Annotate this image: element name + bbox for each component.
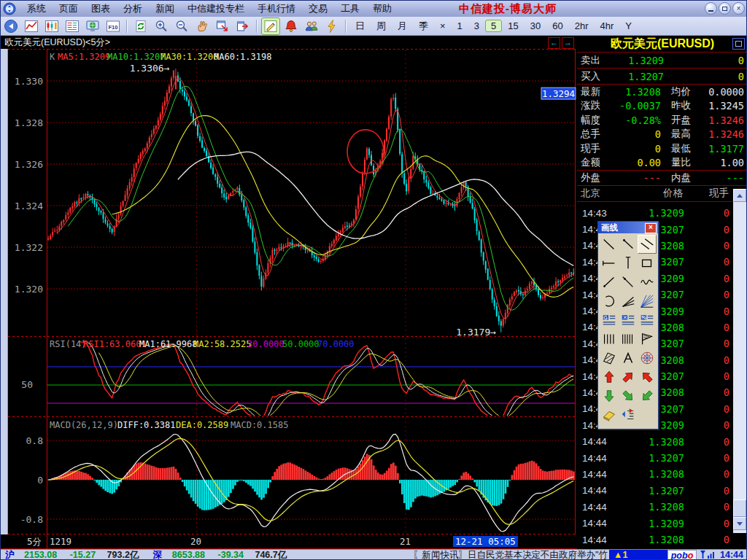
menu-item[interactable]: 交易: [302, 1, 334, 15]
draw-tool-ray-line[interactable]: [619, 235, 638, 254]
draw-tool-parallel-lines[interactable]: [638, 235, 657, 254]
hand-icon[interactable]: [193, 18, 212, 35]
period-button-月[interactable]: 月: [392, 19, 413, 34]
draw-tool-spider-web[interactable]: [638, 349, 657, 368]
palette-titlebar[interactable]: 画线 ×: [598, 222, 658, 233]
sh-label: 沪: [5, 550, 15, 560]
sz-amount: 746.7: [255, 550, 277, 560]
draw-tool-golden-retrace[interactable]: [600, 311, 619, 330]
menu-item[interactable]: 中信建投专栏: [181, 1, 251, 15]
zoom-in-icon[interactable]: [152, 18, 171, 35]
period-button-日[interactable]: 日: [349, 19, 371, 34]
menu-item[interactable]: 系统: [20, 1, 53, 15]
monitor-icon[interactable]: [83, 18, 102, 35]
draw-tool-fibo-time[interactable]: [619, 330, 638, 349]
zoom-out-icon[interactable]: [172, 18, 191, 35]
svg-text:1.3179→: 1.3179→: [456, 327, 496, 338]
quote-symbol-title: 欧元美元(EURUSD): [577, 36, 747, 52]
draw-tool-arrow-ne[interactable]: [619, 368, 638, 386]
period-button-15[interactable]: 15: [502, 20, 524, 32]
menu-item[interactable]: 手机行情: [251, 1, 302, 15]
prev-page-button[interactable]: ←: [548, 37, 560, 49]
line-chart-icon[interactable]: [22, 18, 41, 35]
period-button-60[interactable]: 60: [546, 20, 568, 32]
tick-row: 14:441.32080: [577, 433, 733, 449]
draw-tool-time-cycle[interactable]: [600, 330, 619, 349]
quote-stat-row: 涨跌-0.0037昨收1.3245: [577, 99, 747, 114]
menu-item[interactable]: 帮助: [366, 1, 398, 15]
draw-tool-arc[interactable]: [600, 292, 619, 311]
quote-list-icon[interactable]: [63, 18, 82, 35]
draw-tool-trend-line[interactable]: [600, 235, 619, 254]
draw-tool-percent-retrace[interactable]: [619, 311, 638, 330]
draw-tool-arrow-up[interactable]: [600, 368, 619, 386]
draw-icon[interactable]: [261, 18, 280, 35]
scroll-up-button[interactable]: [733, 189, 746, 202]
f10-icon[interactable]: F10: [104, 18, 123, 35]
candle-chart-icon[interactable]: [42, 18, 61, 35]
draw-tool-vertical-line[interactable]: [619, 254, 638, 273]
refresh-icon[interactable]: [131, 18, 150, 35]
restore-button[interactable]: [719, 2, 731, 15]
menu-item[interactable]: 新闻: [149, 1, 181, 15]
inner-value: ---: [705, 172, 744, 184]
draw-tool-arrow-sw[interactable]: [638, 386, 657, 405]
draw-tool-regression-band[interactable]: [600, 349, 619, 368]
menu-item[interactable]: 工具: [334, 1, 366, 15]
draw-tool-draw-manager[interactable]: [619, 405, 638, 424]
news-ticker[interactable]: 〖新闻快讯〗日自民党基本决定不由政府举办"竹: [342, 550, 608, 560]
scroll-thumb[interactable]: [733, 499, 746, 517]
svg-text:DEA:0.2589: DEA:0.2589: [176, 420, 228, 430]
period-button-5[interactable]: 5: [485, 20, 502, 32]
palette-close-icon[interactable]: ×: [645, 223, 657, 233]
left-scroll-strip[interactable]: [1, 49, 8, 534]
window-enter-icon[interactable]: [233, 18, 252, 35]
period-button-季[interactable]: 季: [413, 19, 434, 34]
draw-tool-rectangle[interactable]: [638, 254, 657, 273]
draw-tool-angle-fan[interactable]: [619, 292, 638, 311]
draw-tool-horizontal-line[interactable]: [600, 254, 619, 273]
svg-text:1.322: 1.322: [15, 242, 43, 253]
period-button-Y[interactable]: Y: [619, 20, 638, 32]
minimize-button[interactable]: [705, 2, 717, 15]
draw-tool-price-channel[interactable]: [638, 311, 657, 330]
ticklist-scrollbar[interactable]: [733, 189, 746, 533]
period-button-周[interactable]: 周: [371, 19, 392, 34]
svg-text:0.8: 0.8: [26, 435, 43, 446]
svg-text:MACD:0.1585: MACD:0.1585: [231, 420, 288, 430]
app-icon[interactable]: [3, 2, 16, 15]
draw-tool-wave-line[interactable]: [638, 273, 657, 292]
period-button-30[interactable]: 30: [525, 20, 546, 32]
draw-tool-segment-down[interactable]: [619, 273, 638, 292]
draw-tool-arrow-se[interactable]: [619, 386, 638, 405]
draw-tool-eraser[interactable]: [600, 405, 619, 424]
next-page-button[interactable]: →: [562, 37, 574, 49]
restore-pane-icon[interactable]: [732, 38, 745, 50]
menu-item[interactable]: 分析: [117, 1, 149, 15]
period-button-×[interactable]: ×: [434, 20, 452, 32]
draw-tool-text-note[interactable]: [619, 349, 638, 368]
svg-text:MA5:1.3209: MA5:1.3209: [58, 52, 110, 62]
period-button-3[interactable]: 3: [468, 20, 485, 32]
draw-tool-arrow-nw[interactable]: [638, 368, 657, 386]
period-button-4hr[interactable]: 4hr: [595, 20, 620, 32]
window-next-icon[interactable]: [213, 18, 232, 35]
price-chart[interactable]: 1.3301.3281.3261.3241.3221.320KMA5:1.320…: [8, 49, 577, 534]
menu-item[interactable]: 图表: [85, 1, 117, 15]
svg-text:70.0000: 70.0000: [317, 339, 355, 349]
draw-tool-segment-up[interactable]: [600, 273, 619, 292]
draw-tool-linear-channel[interactable]: [638, 330, 657, 349]
period-button-1[interactable]: 1: [452, 20, 468, 32]
alarm-icon[interactable]: [282, 18, 301, 35]
period-button-2hr[interactable]: 2hr: [569, 20, 595, 32]
lightning-icon[interactable]: [322, 18, 341, 35]
menu-item[interactable]: 页面: [53, 1, 85, 15]
users-icon[interactable]: [302, 18, 321, 35]
alert-indicator[interactable]: ▲1: [609, 550, 670, 560]
svg-text:1.330: 1.330: [15, 76, 43, 87]
scroll-down-button[interactable]: [733, 517, 746, 530]
draw-tool-arrow-down[interactable]: [600, 386, 619, 405]
close-button[interactable]: ×: [732, 2, 745, 15]
draw-tool-gann-fan[interactable]: [638, 292, 657, 311]
back-icon[interactable]: [1, 18, 20, 35]
